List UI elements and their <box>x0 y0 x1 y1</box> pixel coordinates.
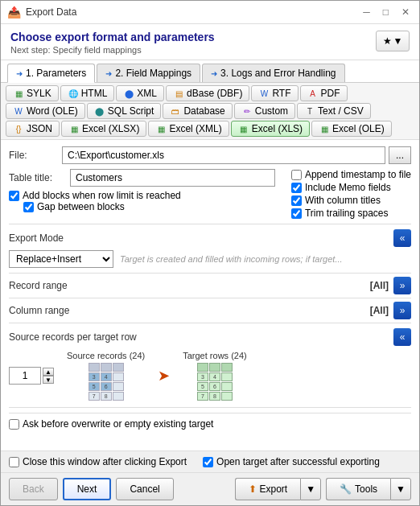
spinner-input[interactable] <box>9 367 41 385</box>
export-mode-nav-button[interactable]: « <box>393 229 411 247</box>
record-range-nav-button[interactable]: » <box>393 277 411 294</box>
target-grid: 3 4 5 6 7 8 <box>197 363 233 401</box>
add-blocks-check[interactable]: Add blocks when row limit is reached <box>9 190 275 201</box>
export-button[interactable]: ⬆ Export <box>235 478 301 500</box>
header-text: Choose export format and parameters Next… <box>10 31 215 55</box>
trim-trailing-check[interactable]: Trim trailing spaces <box>291 208 411 219</box>
header-title: Choose export format and parameters <box>10 31 215 43</box>
include-memo-check[interactable]: Include Memo fields <box>291 182 411 193</box>
table-title-input[interactable] <box>70 169 275 187</box>
grid-cell-target <box>209 363 220 372</box>
json-icon: {} <box>13 123 24 134</box>
sylk-icon: ▦ <box>13 88 24 99</box>
minimize-button[interactable]: ─ <box>360 6 373 18</box>
excel-xml-button[interactable]: ▦ Excel (XML) <box>148 121 229 137</box>
grid-cell-target: 7 <box>197 392 208 401</box>
table-title-label: Table title: <box>9 172 65 183</box>
next-button[interactable]: Next <box>63 478 112 500</box>
bottom-check-section: Ask before overwrite or empty existing t… <box>9 413 411 430</box>
word-button[interactable]: W Word (OLE) <box>6 103 85 119</box>
open-after-export-check[interactable]: Open target after successful exporting <box>203 456 380 467</box>
pdf-button[interactable]: A PDF <box>300 85 348 101</box>
text-icon: T <box>304 105 315 117</box>
column-range-nav-button[interactable]: » <box>393 302 411 319</box>
tools-button[interactable]: 🔧 Tools <box>326 478 390 500</box>
main-window: 📤 Export Data ─ □ ✕ Choose export format… <box>0 0 420 506</box>
tab-arrow-icon-3: ➜ <box>211 69 217 78</box>
dbase-label: dBase (DBF) <box>187 88 242 99</box>
spin-up-button[interactable]: ▲ <box>43 368 54 376</box>
custom-label: Custom <box>255 105 288 117</box>
custom-icon: ✏ <box>241 105 253 117</box>
tab-arrow-icon: ➜ <box>16 69 23 78</box>
spin-down-button[interactable]: ▼ <box>43 376 54 384</box>
browse-button[interactable]: ... <box>389 146 411 164</box>
dropdown-arrow-icon: ▼ <box>393 35 403 47</box>
json-label: JSON <box>27 123 52 134</box>
divider-2 <box>9 407 411 408</box>
close-button[interactable]: ✕ <box>398 6 413 18</box>
source-target-nav-button[interactable]: « <box>393 328 411 346</box>
tab-parameters[interactable]: ➜ 1. Parameters <box>7 64 95 83</box>
back-button[interactable]: Back <box>9 478 58 500</box>
grid-cell-target: 4 <box>209 372 220 381</box>
grid-cell <box>113 372 124 381</box>
grid-cell-target <box>221 372 233 381</box>
sql-button[interactable]: ⬤ SQL Script <box>87 103 162 119</box>
cancel-button[interactable]: Cancel <box>116 478 173 500</box>
excel-xlsx-label: Excel (XLSX) <box>82 123 139 134</box>
excel-xlsx-button[interactable]: ▦ Excel (XLSX) <box>61 121 146 137</box>
arrow-icon: ➤ <box>158 367 170 385</box>
with-column-titles-check[interactable]: With column titles <box>291 195 411 206</box>
html-icon: 🌐 <box>68 88 79 99</box>
tab-logs-label: 3. Logs and Error Handling <box>220 68 336 79</box>
tools-split-button: 🔧 Tools ▼ <box>326 478 411 500</box>
rtf-button[interactable]: W RTF <box>251 85 298 101</box>
button-bar: Back Next Cancel ⬆ Export ▼ 🔧 Tools ▼ <box>1 472 419 505</box>
xml-icon: ⬤ <box>123 88 134 99</box>
gap-between-check[interactable]: Gap between blocks <box>23 201 275 212</box>
tab-parameters-label: 1. Parameters <box>26 68 86 79</box>
source-grid: 3 4 5 6 7 8 <box>89 363 124 401</box>
database-icon: 🗃 <box>170 105 181 117</box>
append-timestamp-check[interactable]: Append timestamp to file <box>291 169 411 180</box>
excel-xml-icon: ▦ <box>155 123 167 134</box>
favorites-button[interactable]: ★ ▼ <box>376 31 410 51</box>
excel-xls-button[interactable]: ▦ Excel (XLS) <box>231 121 310 137</box>
html-button[interactable]: 🌐 HTML <box>60 85 115 101</box>
sylk-button[interactable]: ▦ SYLK <box>6 85 59 101</box>
sql-label: SQL Script <box>108 105 154 117</box>
xml-button[interactable]: ⬤ XML <box>116 85 164 101</box>
column-range-value: [All] <box>370 305 389 316</box>
record-range-row: Record range [All] » <box>9 273 411 298</box>
text-csv-button[interactable]: T Text / CSV <box>297 103 371 119</box>
grid-cell-target <box>221 392 233 401</box>
file-input[interactable] <box>62 146 385 164</box>
ask-overwrite-check[interactable]: Ask before overwrite or empty existing t… <box>9 418 411 430</box>
database-button[interactable]: 🗃 Database <box>163 103 232 119</box>
title-bar: 📤 Export Data ─ □ ✕ <box>1 1 419 24</box>
custom-button[interactable]: ✏ Custom <box>234 103 295 119</box>
footer-checks: Close this window after clicking Export … <box>1 450 419 472</box>
file-input-row: ... <box>62 146 411 164</box>
title-section: Table title: Add blocks when row limit i… <box>9 169 275 219</box>
divider-1 <box>9 224 411 224</box>
right-checks: Append timestamp to file Include Memo fi… <box>291 169 411 219</box>
json-button[interactable]: {} JSON <box>6 121 60 137</box>
tools-dropdown-button[interactable]: ▼ <box>390 478 411 500</box>
spinner-buttons: ▲ ▼ <box>43 368 54 384</box>
close-after-export-check[interactable]: Close this window after clicking Export <box>9 456 187 467</box>
tab-logs[interactable]: ➜ 3. Logs and Error Handling <box>202 64 344 82</box>
grid-cell <box>113 382 124 391</box>
export-mode-section: Export Mode « Replace+Insert Insert Upda… <box>9 229 411 268</box>
dbase-button[interactable]: ▤ dBase (DBF) <box>166 85 249 101</box>
mode-select[interactable]: Replace+Insert Insert Update Replace <box>9 250 113 268</box>
excel-ole-button[interactable]: ▦ Excel (OLE) <box>311 121 392 137</box>
mode-row: Replace+Insert Insert Update Replace Tar… <box>9 250 411 268</box>
maximize-button[interactable]: □ <box>380 6 392 18</box>
excel-xls-icon: ▦ <box>238 123 249 134</box>
source-target-title: Source records per target row « <box>9 328 411 346</box>
export-dropdown-button[interactable]: ▼ <box>300 478 321 500</box>
tab-field-mappings[interactable]: ➜ 2. Field Mappings <box>97 64 200 82</box>
content-area: File: ... Table title: Add blocks when r… <box>1 140 419 450</box>
